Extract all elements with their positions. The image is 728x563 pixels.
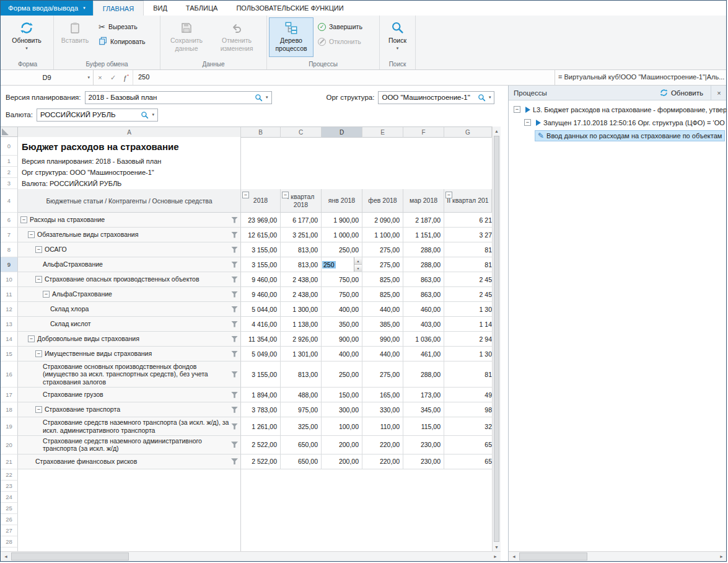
horizontal-scroll-thumb[interactable]	[519, 552, 587, 561]
grid-cell[interactable]: 230,00	[403, 454, 444, 469]
row-header-0[interactable]: 0	[1, 137, 18, 156]
empty-cell[interactable]	[18, 481, 241, 492]
grid-cell[interactable]: 275,00	[362, 257, 403, 272]
process-tree-button[interactable]: Дерево процессов	[269, 17, 314, 57]
filter-funnel-icon[interactable]	[231, 423, 238, 430]
grid-cell[interactable]: 98	[444, 402, 492, 417]
complete-button[interactable]: ✓ Завершить	[315, 20, 366, 33]
grid-cell[interactable]: 150,00	[322, 388, 362, 402]
grid-cell[interactable]: 5 049,00	[241, 347, 281, 361]
grid-cell[interactable]: 250,00	[322, 242, 362, 257]
filter-funnel-icon[interactable]	[231, 232, 238, 238]
grid-header-label-cell[interactable]: Бюджетные статьи / Контрагенты / Основны…	[18, 189, 241, 213]
row-header-9[interactable]: 9	[1, 257, 18, 272]
grid-cell[interactable]: 750,00	[322, 287, 362, 302]
period-header-cell[interactable]: −II квартал 201	[444, 189, 492, 213]
row-label-cell[interactable]: Страхование финансовых рисков	[18, 454, 241, 469]
search-button[interactable]: Поиск ▾	[383, 17, 413, 57]
grid-cell[interactable]: 1 14	[444, 317, 492, 332]
grid-cell[interactable]: 23 969,00	[241, 213, 281, 228]
period-header-cell[interactable]: фев 2018	[362, 189, 403, 213]
scroll-track[interactable]	[587, 552, 716, 561]
search-icon[interactable]	[476, 94, 487, 102]
cut-button[interactable]: ✂ Вырезать	[95, 20, 149, 33]
row-header-2[interactable]: 2	[1, 167, 18, 178]
period-header-cell[interactable]: мар 2018	[403, 189, 444, 213]
grid-cell[interactable]: 200,00	[322, 454, 362, 469]
grid-cell[interactable]: 2 522,00	[241, 454, 281, 469]
row-header-4[interactable]: 4	[1, 189, 18, 213]
tree-collapse-box[interactable]: −	[524, 119, 531, 126]
row-header-18[interactable]: 18	[1, 402, 18, 417]
column-header-E[interactable]: E	[362, 127, 403, 138]
grid-cell[interactable]: 288,00	[403, 361, 444, 388]
scroll-up-arrow[interactable]: ▲	[493, 126, 501, 135]
grid-cell[interactable]: 3 251,00	[281, 228, 322, 242]
grid-cell[interactable]: 230,00	[403, 436, 444, 454]
cell-reference-box[interactable]: D9 ▾	[1, 70, 94, 85]
grid-cell[interactable]: 2 45	[444, 287, 492, 302]
filter-funnel-icon[interactable]	[231, 458, 238, 464]
grid-cell[interactable]: 2 94	[444, 332, 492, 347]
filter-funnel-icon[interactable]	[231, 217, 238, 223]
grid-cell[interactable]: 3 155,00	[241, 242, 281, 257]
refresh-button[interactable]: Обновить ▾	[4, 17, 50, 57]
grid-cell[interactable]: 488,00	[281, 388, 322, 402]
vertical-scroll-thumb[interactable]	[494, 136, 499, 542]
process-tree-item-1[interactable]: −Запущен 17.10.2018 12:50:16 Орг. структ…	[509, 116, 726, 129]
grid-cell[interactable]: 3 27	[444, 228, 492, 242]
grid-cell[interactable]: 100,00	[322, 417, 362, 436]
grid-cell[interactable]: 863,00	[403, 287, 444, 302]
grid-cell[interactable]: 461,00	[403, 347, 444, 361]
save-data-button[interactable]: Сохранить данные	[162, 17, 211, 57]
grid-cell[interactable]: 6 21	[444, 213, 492, 228]
report-info-cell[interactable]: Валюта: РОССИЙСКИЙ РУБЛЬ	[18, 178, 241, 189]
grid-cell[interactable]: 5 044,00	[241, 302, 281, 317]
column-header-B[interactable]: B	[241, 127, 281, 138]
row-header-1[interactable]: 1	[1, 156, 18, 167]
row-header-25[interactable]: 25	[1, 503, 18, 514]
collapse-box[interactable]: −	[28, 231, 35, 238]
grid-cell[interactable]: 400,00	[322, 347, 362, 361]
row-label-cell[interactable]: Страхование средств наземного транспорта…	[18, 417, 241, 436]
grid-cell[interactable]: 900,00	[322, 332, 362, 347]
editing-cell-D9[interactable]: 250▲▼	[322, 257, 362, 272]
empty-cell[interactable]	[18, 525, 241, 536]
row-header-6[interactable]: 6	[1, 213, 18, 228]
scroll-left-arrow[interactable]: ◄	[1, 552, 11, 561]
function-wizard-button[interactable]: ƒ*	[120, 73, 133, 82]
row-header-20[interactable]: 20	[1, 436, 18, 454]
grid-cell[interactable]: 1 900,00	[322, 213, 362, 228]
row-header-16[interactable]: 16	[1, 361, 18, 388]
grid-cell[interactable]: 2 438,00	[281, 272, 322, 287]
grid-cell[interactable]: 990,00	[362, 332, 403, 347]
grid-cell[interactable]: 345,00	[403, 402, 444, 417]
grid-cell[interactable]: 1 151,00	[403, 228, 444, 242]
filter-funnel-icon[interactable]	[231, 291, 238, 298]
row-label-cell[interactable]: −АльфаСтрахование	[18, 287, 241, 302]
tree-collapse-box[interactable]: −	[514, 106, 520, 113]
column-header-D[interactable]: D	[322, 127, 362, 138]
grid-horizontal-scrollbar[interactable]: ◄ ►	[1, 551, 501, 561]
process-tree-item-2[interactable]: ✎Ввод данных по расходам на страхование …	[509, 129, 726, 142]
report-info-cell[interactable]: Орг структура: ООО "Машиностроение-1"	[18, 167, 241, 178]
row-label-cell[interactable]: −Обязательные виды страхования	[18, 228, 241, 242]
column-header-A[interactable]: A	[18, 127, 241, 138]
grid-cell[interactable]: 975,00	[281, 402, 322, 417]
column-header-F[interactable]: F	[403, 127, 444, 138]
copy-button[interactable]: Копировать	[95, 35, 149, 48]
grid-cell[interactable]: 1 100,00	[362, 228, 403, 242]
grid-cell[interactable]: 9 460,00	[241, 272, 281, 287]
period-header-cell[interactable]: янв 2018	[322, 189, 362, 213]
row-label-cell[interactable]: АльфаСтрахование	[18, 257, 241, 272]
row-label-cell[interactable]: Склад хлора	[18, 302, 241, 317]
grid-cell[interactable]: 650,00	[281, 436, 322, 454]
filter-funnel-icon[interactable]	[231, 277, 238, 283]
grid-cell[interactable]: 1 301,00	[281, 347, 322, 361]
grid-cell[interactable]: 250,00	[322, 361, 362, 388]
empty-cell[interactable]	[18, 536, 241, 547]
grid-cell[interactable]: 3 783,00	[241, 402, 281, 417]
collapse-box[interactable]: −	[35, 276, 42, 283]
grid-cell[interactable]: 200,00	[322, 436, 362, 454]
row-header-12[interactable]: 12	[1, 302, 18, 317]
